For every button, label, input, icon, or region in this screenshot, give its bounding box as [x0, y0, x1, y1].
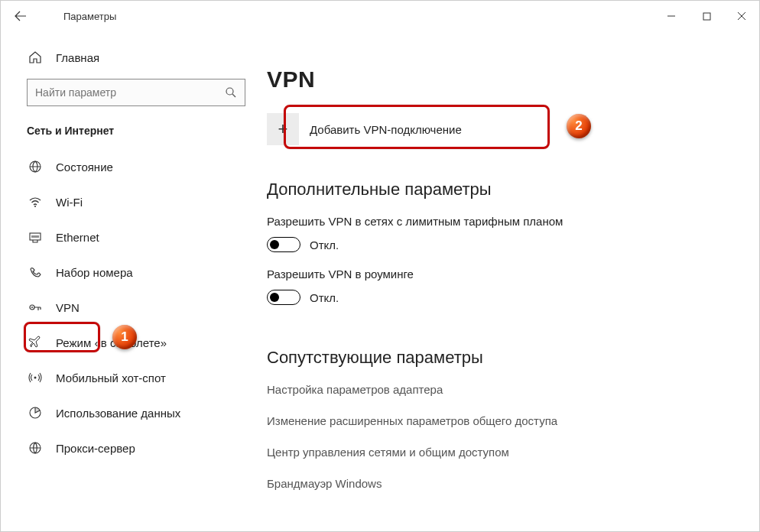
- globe-icon: [27, 160, 44, 174]
- related-links: Настройка параметров адаптера Изменение …: [267, 383, 729, 490]
- wifi-icon: [27, 195, 44, 209]
- sidebar-item-dialup[interactable]: Набор номера: [1, 255, 252, 290]
- sidebar-home-label: Главная: [56, 51, 99, 64]
- link-adapter-settings[interactable]: Настройка параметров адаптера: [267, 383, 729, 396]
- close-button[interactable]: [724, 1, 759, 31]
- plus-icon: +: [267, 113, 299, 145]
- nav-label: Использование данных: [56, 407, 180, 420]
- link-sharing-settings[interactable]: Изменение расширенных параметров общего …: [267, 414, 729, 427]
- sidebar-item-wifi[interactable]: Wi-Fi: [1, 184, 252, 219]
- svg-point-6: [31, 307, 33, 308]
- link-firewall[interactable]: Брандмауэр Windows: [267, 477, 729, 490]
- nav-label: Wi-Fi: [56, 196, 83, 209]
- sidebar-section-title: Сеть и Интернет: [1, 125, 252, 137]
- svg-point-1: [226, 88, 233, 95]
- sidebar-nav: Состояние Wi-Fi Ethernet Набор номера VP…: [1, 149, 252, 466]
- nav-label: Прокси-сервер: [56, 442, 135, 455]
- page-title: VPN: [267, 66, 729, 92]
- sidebar-item-airplane[interactable]: Режим «в самолете»: [1, 325, 252, 360]
- setting-label: Разрешить VPN в сетях с лимитным тарифны…: [267, 215, 729, 228]
- setting-roaming: Разрешить VPN в роуминге Откл.: [267, 268, 729, 305]
- add-vpn-button[interactable]: + Добавить VPN-подключение: [267, 111, 519, 148]
- search-icon: [225, 86, 237, 99]
- nav-label: Набор номера: [56, 266, 133, 279]
- maximize-icon: [703, 12, 711, 21]
- search-box[interactable]: [27, 79, 245, 106]
- sidebar-item-proxy[interactable]: Прокси-сервер: [1, 430, 252, 466]
- svg-point-7: [34, 377, 37, 379]
- sidebar: Главная Сеть и Интернет Состояние Wi-F: [1, 31, 261, 531]
- toggle-state: Откл.: [310, 238, 339, 251]
- sidebar-item-datausage[interactable]: Использование данных: [1, 395, 252, 430]
- home-icon: [27, 50, 44, 64]
- toggle-metered[interactable]: [267, 237, 300, 252]
- sidebar-item-hotspot[interactable]: Мобильный хот-спот: [1, 360, 252, 395]
- hotspot-icon: [27, 371, 44, 384]
- toggle-roaming[interactable]: [267, 290, 300, 305]
- datausage-icon: [27, 406, 44, 420]
- dialup-icon: [27, 265, 44, 279]
- back-button[interactable]: [5, 1, 36, 31]
- sidebar-home[interactable]: Главная: [27, 39, 252, 76]
- nav-label: Состояние: [56, 161, 113, 174]
- add-vpn-label: Добавить VPN-подключение: [310, 123, 462, 136]
- toggle-state: Откл.: [310, 291, 339, 304]
- nav-label: Мобильный хот-спот: [56, 371, 166, 384]
- vpn-icon: [27, 300, 44, 314]
- nav-label: Ethernet: [56, 231, 99, 244]
- setting-label: Разрешить VPN в роуминге: [267, 268, 729, 281]
- close-icon: [737, 11, 746, 21]
- setting-metered: Разрешить VPN в сетях с лимитным тарифны…: [267, 215, 729, 252]
- sidebar-item-ethernet[interactable]: Ethernet: [1, 219, 252, 255]
- content-area: VPN + Добавить VPN-подключение Дополните…: [261, 31, 759, 531]
- minimize-icon: [667, 11, 676, 21]
- nav-label: Режим «в самолете»: [56, 336, 167, 349]
- sidebar-item-status[interactable]: Состояние: [1, 149, 252, 184]
- svg-rect-0: [703, 13, 710, 20]
- maximize-button[interactable]: [689, 1, 724, 31]
- nav-label: VPN: [56, 301, 80, 314]
- advanced-heading: Дополнительные параметры: [267, 180, 729, 200]
- related-heading: Сопутствующие параметры: [267, 348, 729, 368]
- minimize-button[interactable]: [654, 1, 689, 31]
- titlebar: Параметры: [1, 1, 759, 31]
- airplane-icon: [27, 336, 44, 349]
- link-network-center[interactable]: Центр управления сетями и общим доступом: [267, 446, 729, 459]
- proxy-icon: [27, 441, 44, 455]
- ethernet-icon: [27, 230, 44, 244]
- search-input[interactable]: [35, 86, 225, 99]
- arrow-left-icon: [15, 10, 27, 22]
- sidebar-item-vpn[interactable]: VPN: [1, 290, 252, 325]
- app-title: Параметры: [63, 11, 116, 22]
- svg-point-3: [34, 206, 36, 207]
